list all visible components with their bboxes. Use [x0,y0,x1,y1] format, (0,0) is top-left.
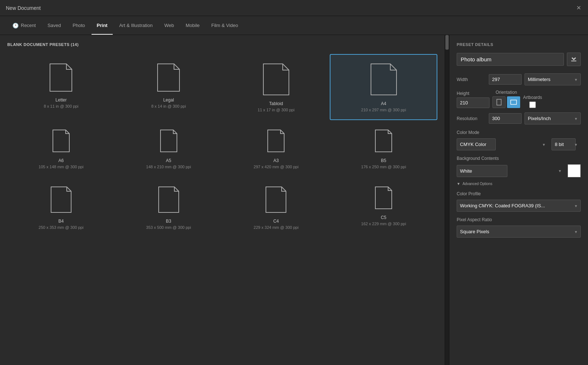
preset-a5-name: A5 [166,158,171,163]
preset-b3-dims: 353 x 500 mm @ 300 ppi [146,225,191,230]
resolution-input[interactable] [489,113,522,124]
save-preset-button[interactable] [567,53,581,66]
preset-a5[interactable]: A5 148 x 210 mm @ 300 ppi [115,120,223,177]
width-input[interactable] [489,74,522,85]
width-unit-wrapper: Millimeters Pixels Inches Centimeters [525,73,581,85]
advanced-label: Advanced Options [463,182,492,186]
tab-photo[interactable]: Photo [67,16,90,35]
preset-a4-name: A4 [381,101,386,106]
resolution-unit-select[interactable]: Pixels/Inch Pixels/Centimeter [525,112,581,124]
window-title: New Document [6,5,41,11]
bg-select[interactable]: White Black Background Color Transparent… [457,165,507,177]
tab-print[interactable]: Print [92,16,113,35]
preset-b5[interactable]: B5 176 x 250 mm @ 300 ppi [330,120,437,177]
tab-saved[interactable]: Saved [42,16,66,35]
color-mode-wrapper: CMYK Color RGB Color Grayscale Lab Color… [457,138,549,150]
height-label: Height [457,91,490,96]
artboards-checkbox[interactable] [529,101,536,108]
bg-contents-label: Background Contents [457,156,499,161]
presets-panel: BLANK DOCUMENT PRESETS (14) Letter 8 x 1… [0,35,445,365]
preset-legal-name: Legal [163,97,174,103]
orientation-label: Orientation [496,90,517,95]
width-label: Width [457,77,486,82]
color-mode-select[interactable]: CMYK Color RGB Color Grayscale Lab Color… [457,138,496,150]
doc-icon-letter [48,62,74,93]
color-profile-label: Color Profile [457,191,481,196]
window-chrome: New Document ✕ [0,0,588,16]
preset-b4[interactable]: B4 250 x 353 mm @ 300 ppi [7,177,115,238]
color-profile-select[interactable]: Working CMYK: Coated FOGRA39 (IS... sRGB… [457,200,581,212]
preset-a3-name: A3 [274,158,279,163]
doc-icon-legal [156,62,181,93]
pixel-ratio-wrapper: Square Pixels D1/DV NTSC (0.91) D1/DV PA… [457,226,581,238]
preset-b5-dims: 176 x 250 mm @ 300 ppi [361,165,406,169]
preset-legal-dims: 8 x 14 in @ 300 ppi [151,104,186,108]
preset-letter[interactable]: Letter 8 x 11 in @ 300 ppi [7,54,115,120]
portrait-button[interactable] [492,96,506,108]
pixel-ratio-label: Pixel Aspect Ratio [457,217,492,222]
doc-icon-tabloid [262,62,291,97]
doc-icon-a3 [266,128,286,154]
doc-icon-a5 [159,128,179,154]
bit-depth-select[interactable]: 8 bit 16 bit 32 bit [552,138,576,150]
bg-select-wrapper: White Black Background Color Transparent… [457,165,565,177]
doc-icon-a4 [369,62,398,97]
preset-b3-name: B3 [166,219,171,224]
preset-a6-dims: 105 x 148 mm @ 300 ppi [39,165,84,169]
preset-c5[interactable]: C5 162 x 229 mm @ 300 ppi [330,177,437,238]
doc-icon-a6 [51,128,71,154]
resolution-row: Resolution Pixels/Inch Pixels/Centimeter [457,112,581,124]
tab-web[interactable]: Web [159,16,179,35]
preset-name-input[interactable] [457,53,564,66]
landscape-button[interactable] [507,96,520,108]
resolution-unit-wrapper: Pixels/Inch Pixels/Centimeter [525,112,581,124]
preset-c4-dims: 229 x 324 mm @ 300 ppi [254,225,298,230]
bit-depth-wrapper: 8 bit 16 bit 32 bit [552,138,581,150]
preset-legal[interactable]: Legal 8 x 14 in @ 300 ppi [115,54,223,120]
panel-section-title: PRESET DETAILS [457,42,581,47]
preset-letter-name: Letter [55,97,67,103]
preset-b3[interactable]: B3 353 x 500 mm @ 300 ppi [115,177,223,238]
doc-icon-c4 [264,185,288,214]
doc-icon-b3 [157,185,181,214]
pixel-ratio-select[interactable]: Square Pixels D1/DV NTSC (0.91) D1/DV PA… [457,226,581,238]
preset-a6-name: A6 [58,158,64,163]
preset-a4[interactable]: A4 210 x 297 mm @ 300 ppi [330,54,437,120]
preset-b4-name: B4 [58,219,64,224]
advanced-chevron-icon: ▼ [457,182,460,186]
preset-c4-name: C4 [273,219,279,224]
height-input[interactable] [457,97,490,108]
tab-mobile[interactable]: Mobile [181,16,205,35]
preset-tabloid-name: Tabloid [269,101,283,106]
width-row: Width Millimeters Pixels Inches Centimet… [457,73,581,85]
svg-rect-0 [571,61,576,61]
color-swatch[interactable] [568,164,581,177]
width-unit-select[interactable]: Millimeters Pixels Inches Centimeters [525,73,581,85]
preset-letter-dims: 8 x 11 in @ 300 ppi [44,104,78,108]
presets-grid: Letter 8 x 11 in @ 300 ppi Legal 8 x 14 … [7,54,437,238]
close-button[interactable]: ✕ [575,4,582,12]
preset-c4[interactable]: C4 229 x 324 mm @ 300 ppi [223,177,330,238]
preset-c5-name: C5 [381,215,386,220]
details-panel: PRESET DETAILS Width Millimeters Pixels … [449,35,588,365]
doc-icon-b5 [374,128,394,154]
tab-art[interactable]: Art & Illustration [114,16,158,35]
preset-a3[interactable]: A3 297 x 420 mm @ 300 ppi [223,120,330,177]
preset-a4-dims: 210 x 297 mm @ 300 ppi [361,108,406,112]
color-mode-label: Color Mode [457,130,479,135]
preset-a6[interactable]: A6 105 x 148 mm @ 300 ppi [7,120,115,177]
preset-tabloid-dims: 11 x 17 in @ 300 ppi [258,108,294,112]
preset-name-row [457,53,581,66]
tab-film[interactable]: Film & Video [206,16,243,35]
advanced-toggle[interactable]: ▼ Advanced Options [457,182,581,186]
preset-c5-dims: 162 x 229 mm @ 300 ppi [361,222,406,226]
doc-icon-b4 [49,185,73,214]
color-mode-row: CMYK Color RGB Color Grayscale Lab Color… [457,138,581,150]
color-profile-wrapper: Working CMYK: Coated FOGRA39 (IS... sRGB… [457,200,581,212]
main-content: BLANK DOCUMENT PRESETS (14) Letter 8 x 1… [0,35,588,365]
tab-recent[interactable]: 🕐 Recent [7,16,41,35]
scrollbar[interactable] [445,35,449,365]
preset-tabloid[interactable]: Tabloid 11 x 17 in @ 300 ppi [223,54,330,120]
recent-icon: 🕐 [12,23,19,28]
orientation-buttons [492,96,520,108]
